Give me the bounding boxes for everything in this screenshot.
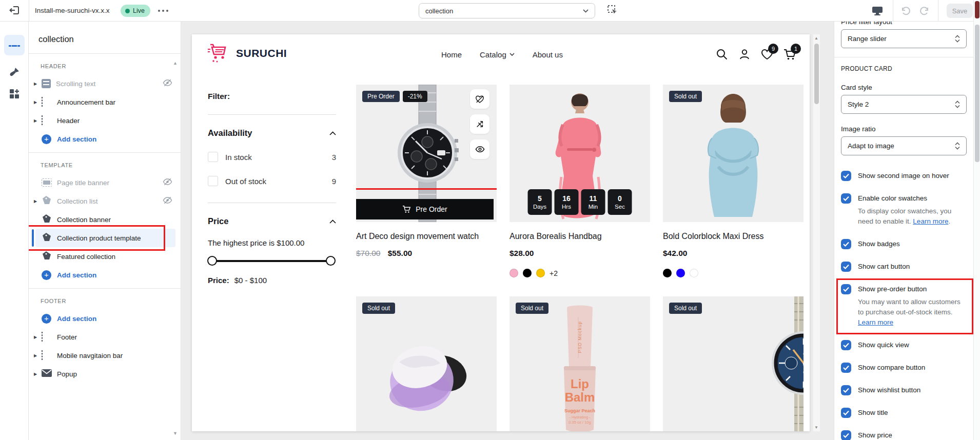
scrollbar-thumb-top[interactable] (975, 1, 979, 18)
disclosure-caret-icon[interactable] (34, 199, 42, 204)
learn-more-link[interactable]: Learn more (913, 217, 948, 225)
sidebar-item-collection-banner[interactable]: Collection banner (29, 210, 181, 229)
page-scrollbar[interactable] (973, 0, 980, 440)
inspect-element-button[interactable] (604, 4, 621, 17)
checkbox-checked[interactable] (841, 284, 851, 294)
product-image[interactable]: Sold out (356, 296, 497, 431)
cart-icon[interactable]: 1 (782, 47, 797, 62)
checkbox-checked[interactable] (841, 262, 851, 272)
more-actions-button[interactable] (154, 5, 172, 16)
sidebar-item-footer[interactable]: Footer (29, 328, 181, 346)
quick-view-button[interactable] (470, 139, 489, 159)
compare-button[interactable] (470, 114, 489, 134)
visibility-off-icon[interactable] (163, 178, 172, 188)
account-icon[interactable] (737, 47, 752, 62)
panel-scroll-down-icon[interactable]: ▼ (173, 431, 178, 436)
sidebar-item-page-title-banner[interactable]: Page title banner (29, 173, 181, 192)
sidebar-item-announcement-bar[interactable]: Announcement bar (29, 93, 181, 111)
panel-scroll-up-icon[interactable]: ▲ (173, 61, 178, 66)
product-title[interactable]: Art Deco design movement watch (356, 232, 497, 241)
option-count: 3 (332, 153, 336, 162)
exit-editor-button[interactable] (7, 4, 22, 17)
card-style-select[interactable]: Style 2 (841, 95, 967, 114)
sidebar-item-header[interactable]: Header (29, 111, 181, 130)
add-section-button[interactable]: Add section (29, 130, 181, 148)
image-ratio-select[interactable]: Adapt to image (841, 136, 967, 155)
preorder-button[interactable]: Pre Order (356, 199, 494, 219)
wishlist-icon[interactable]: 9 (760, 47, 774, 62)
color-swatch[interactable] (536, 269, 545, 277)
price-filter-header[interactable]: Price (208, 216, 336, 226)
page-selector[interactable]: collection (419, 3, 595, 18)
undo-button[interactable] (897, 3, 914, 18)
scrollbar-thumb[interactable] (814, 44, 819, 104)
disclosure-caret-icon[interactable] (34, 353, 42, 358)
disclosure-caret-icon[interactable] (34, 82, 42, 86)
scroll-up-icon[interactable]: ▲ (814, 36, 818, 41)
add-section-button[interactable]: Add section (29, 309, 181, 328)
toggle-show-compare-button: Show compare button (841, 363, 967, 373)
price-filter-layout-select[interactable]: Range slider (841, 29, 967, 48)
checkbox-checked[interactable] (841, 408, 851, 418)
sidebar-item-scrolling-text[interactable]: Scrolling text (29, 74, 181, 93)
visibility-off-icon[interactable] (163, 196, 172, 206)
countdown-box: 11Min (581, 189, 605, 215)
color-swatch[interactable] (690, 269, 698, 277)
add-section-button[interactable]: Add section (29, 266, 181, 284)
sidebar-item-featured-collection[interactable]: Featured collection (29, 247, 181, 266)
checkbox-checked[interactable] (841, 430, 851, 440)
disclosure-caret-icon[interactable] (34, 372, 42, 376)
product-title[interactable]: Aurora Borealis Handbag (509, 232, 650, 241)
product-image[interactable]: Sold out (663, 296, 803, 431)
slider-handle-max[interactable] (326, 256, 336, 266)
check-icon (843, 264, 849, 269)
checkbox-checked[interactable] (841, 363, 851, 373)
sidebar-item-collection-list[interactable]: Collection list (29, 192, 181, 210)
availability-filter-header[interactable]: Availability (208, 128, 336, 138)
scrollbar-thumb[interactable] (975, 25, 979, 162)
sidebar-item-mobile-navigation-bar[interactable]: Mobile navgitaion bar (29, 346, 181, 365)
checkbox-checked[interactable] (841, 340, 851, 350)
checkbox-checked[interactable] (841, 171, 851, 181)
color-swatch[interactable] (523, 269, 532, 277)
more-swatches[interactable]: +2 (550, 269, 558, 277)
filter-sidebar: Filter: Availability In stock 3 Out of s… (208, 92, 336, 285)
redo-button[interactable] (916, 3, 933, 18)
product-image[interactable]: 5Days 16Hrs 11Min 0Sec (509, 85, 650, 222)
learn-more-link[interactable]: Learn more (858, 318, 893, 326)
nav-catalog[interactable]: Catalog (480, 50, 515, 59)
checkbox-checked[interactable] (841, 193, 851, 204)
product-image[interactable]: Pre Order -21% (356, 85, 497, 222)
nav-home[interactable]: Home (441, 50, 462, 59)
nav-about-us[interactable]: About us (533, 50, 563, 59)
checkbox[interactable] (208, 176, 218, 186)
color-swatch[interactable] (509, 269, 518, 277)
product-image[interactable]: PSD Mockup Lip Balm Suggar Peach - Hydra… (509, 296, 650, 431)
soldout-badge: Sold out (669, 303, 702, 314)
app-embeds-tab[interactable] (4, 84, 25, 104)
color-swatch[interactable] (663, 269, 672, 277)
desktop-preview-button[interactable] (869, 3, 886, 18)
color-swatch[interactable] (676, 269, 685, 277)
product-title[interactable]: Bold Colorblock Maxi Dress (663, 232, 803, 241)
checkbox[interactable] (208, 152, 218, 162)
slider-handle-min[interactable] (207, 256, 217, 266)
preview-scrollbar[interactable]: ▲ ▼ (813, 34, 820, 431)
sidebar-item-popup[interactable]: Popup (29, 365, 181, 383)
checkbox-checked[interactable] (841, 385, 851, 395)
store-logo[interactable]: SURUCHI (207, 43, 287, 64)
slider-track[interactable] (209, 260, 335, 262)
scroll-down-icon[interactable]: ▼ (814, 425, 818, 430)
disclosure-caret-icon[interactable] (34, 335, 42, 339)
save-button[interactable]: Save (947, 4, 973, 18)
search-icon[interactable] (715, 47, 729, 62)
wishlist-remove-button[interactable] (470, 89, 489, 109)
product-image[interactable]: Sold out (663, 85, 803, 222)
disclosure-caret-icon[interactable] (34, 100, 42, 105)
disclosure-caret-icon[interactable] (34, 118, 42, 123)
sidebar-item-collection-product-template[interactable]: Collection product template (29, 229, 181, 247)
visibility-off-icon[interactable] (163, 79, 172, 89)
checkbox-checked[interactable] (841, 239, 851, 249)
sections-tab[interactable] (4, 35, 25, 55)
theme-settings-tab[interactable] (4, 62, 25, 83)
